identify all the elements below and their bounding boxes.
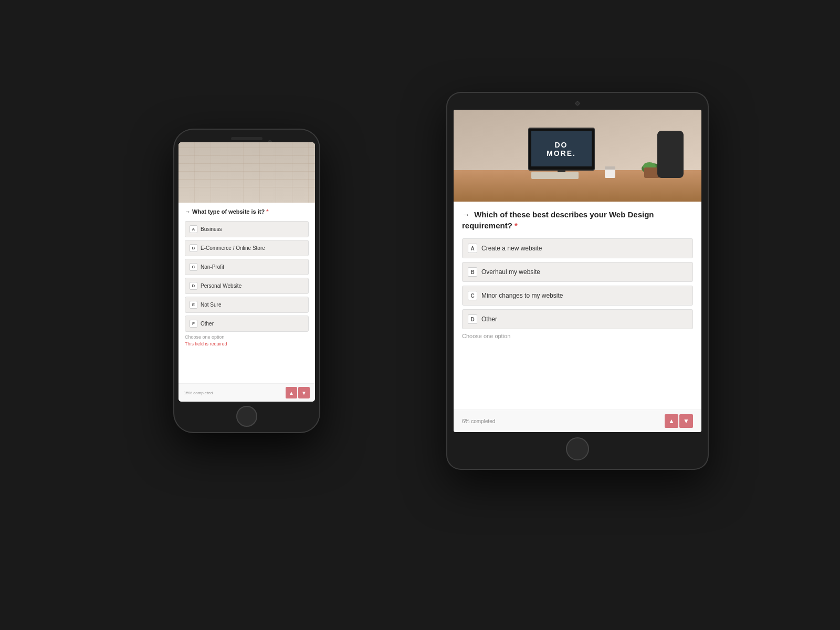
phone-screen: Web Design Web Design xyxy=(178,142,315,402)
phone-footer: 15% completed ▲ ▼ xyxy=(178,383,315,402)
tablet-option-d[interactable]: D Other xyxy=(462,309,693,329)
tablet-option-b[interactable]: B Overhaul my website xyxy=(462,262,693,282)
phone-option-c-letter: C xyxy=(190,263,197,271)
phone-question-title: → What type of website is it? * xyxy=(185,208,309,216)
tablet-option-d-letter: D xyxy=(468,314,477,324)
tablet-option-c-letter: C xyxy=(468,291,477,300)
tablet-options-list: A Create a new website B Overhaul my web… xyxy=(462,238,693,329)
tablet-option-a-label: Create a new website xyxy=(481,245,542,252)
tablet-camera xyxy=(575,101,580,106)
svg-rect-15 xyxy=(605,166,615,170)
phone-nav-down-button[interactable]: ▼ xyxy=(298,387,310,398)
tablet-nav-up-button[interactable]: ▲ xyxy=(665,414,678,428)
phone-nav-buttons: ▲ ▼ xyxy=(286,387,310,398)
phone-option-f-label: Other xyxy=(201,321,214,327)
phone-question-content: → What type of website is it? * A Busine… xyxy=(178,203,315,383)
phone-nav-up-button[interactable]: ▲ xyxy=(286,387,297,398)
phone-option-c-label: Non-Profit xyxy=(201,264,224,270)
tablet-option-c-label: Minor changes to my website xyxy=(481,292,563,299)
tablet-question-title: → Which of these best describes your Web… xyxy=(462,209,693,231)
phone-speaker xyxy=(231,137,262,140)
svg-text:MORE.: MORE. xyxy=(547,149,576,158)
phone-option-d-letter: D xyxy=(190,282,197,290)
phone-option-a-label: Business xyxy=(201,226,222,232)
tablet-option-b-label: Overhaul my website xyxy=(481,268,540,276)
tablet-option-d-label: Other xyxy=(481,316,497,323)
tablet-question-content: → Which of these best describes your Web… xyxy=(454,202,701,410)
tablet-option-c[interactable]: C Minor changes to my website xyxy=(462,286,693,306)
tablet-nav-down-button[interactable]: ▼ xyxy=(679,414,693,428)
phone-error-message: This field is required xyxy=(185,341,309,346)
phone-option-d-label: Personal Website xyxy=(201,283,242,289)
phone-option-f-letter: F xyxy=(190,320,197,328)
phone-options-list: A Business B E-Commerce / Online Store C… xyxy=(185,221,309,332)
tablet-option-a[interactable]: A Create a new website xyxy=(462,238,693,258)
svg-text:DO: DO xyxy=(555,141,568,149)
phone-option-a-letter: A xyxy=(190,225,197,233)
svg-rect-9 xyxy=(531,172,579,179)
tablet-progress-text: 6% completed xyxy=(462,418,495,424)
svg-rect-13 xyxy=(657,131,684,178)
tablet-device: DO MORE. xyxy=(446,92,709,470)
tablet-hero-svg: DO MORE. xyxy=(454,110,701,202)
phone-choose-hint: Choose one option xyxy=(185,334,309,340)
phone-required-indicator: * xyxy=(265,208,268,215)
phone-option-f[interactable]: F Other xyxy=(185,316,309,332)
phone-option-e[interactable]: E Not Sure xyxy=(185,297,309,313)
tablet-screen: DO MORE. xyxy=(454,110,701,432)
tablet-nav-buttons: ▲ ▼ xyxy=(665,414,693,428)
phone-option-a[interactable]: A Business xyxy=(185,221,309,237)
phone-home-button[interactable] xyxy=(236,406,257,427)
phone-option-e-label: Not Sure xyxy=(201,302,221,308)
phone-option-b[interactable]: B E-Commerce / Online Store xyxy=(185,240,309,256)
tablet-choose-hint: Choose one option xyxy=(462,333,693,339)
tablet-option-a-letter: A xyxy=(468,244,477,253)
phone-option-e-letter: E xyxy=(190,301,197,309)
phone-device: Web Design Web Design xyxy=(173,129,320,433)
phone-option-c[interactable]: C Non-Profit xyxy=(185,259,309,275)
phone-option-b-label: E-Commerce / Online Store xyxy=(201,245,265,251)
phone-hero-image: Web Design Web Design xyxy=(178,142,315,203)
arrow-icon: → xyxy=(462,210,472,219)
required-indicator: * xyxy=(512,221,518,230)
tablet-footer: 6% completed ▲ ▼ xyxy=(454,410,701,432)
scene: DO MORE. xyxy=(131,66,709,564)
phone-progress-text: 15% completed xyxy=(184,391,213,395)
phone-option-b-letter: B xyxy=(190,244,197,252)
tablet-option-b-letter: B xyxy=(468,267,477,277)
phone-option-d[interactable]: D Personal Website xyxy=(185,278,309,294)
tablet-hero-image: DO MORE. xyxy=(454,110,701,202)
tablet-home-button[interactable] xyxy=(566,437,589,460)
